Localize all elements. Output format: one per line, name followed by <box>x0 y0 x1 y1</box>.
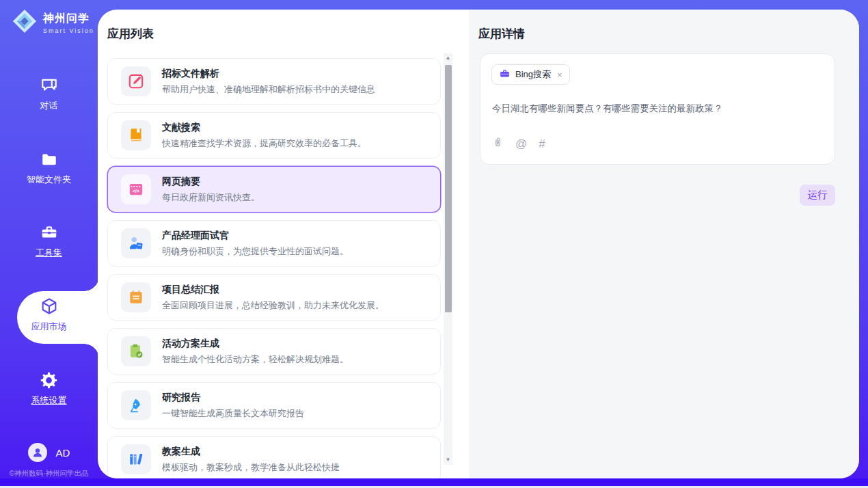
app-detail-panel: 应用详情 Bing搜索 × 今日湖北有哪些新闻要点？有哪些需要关注的最新政策？ <box>469 10 859 478</box>
code-glyph: </> <box>133 189 139 193</box>
folder-icon <box>0 149 98 170</box>
avatar <box>28 443 47 462</box>
sidebar-item-app-market[interactable]: 应用市场 <box>0 296 98 333</box>
interviewer-icon <box>121 228 151 258</box>
app-card-title: 网页摘要 <box>162 176 260 188</box>
scrollbar-thumb[interactable] <box>445 65 452 312</box>
mention-icon[interactable]: @ <box>515 137 527 151</box>
app-card-desc: 每日政府新闻资讯快查。 <box>162 191 260 204</box>
sidebar-item-label: 智能文件夹 <box>0 174 98 186</box>
scroll-up-arrow[interactable]: ▲ <box>444 53 452 63</box>
run-button[interactable]: 运行 <box>800 185 835 206</box>
app-card-research-report[interactable]: 研究报告 一键智能生成高质量长文本研究报告 <box>107 382 441 429</box>
sidebar-item-chat[interactable]: 对话 <box>0 75 98 112</box>
app-card-bid-doc-parse[interactable]: 招标文件解析 帮助用户快速、准确地理解和解析招标书中的关键信息 <box>107 58 441 105</box>
app-card-title: 活动方案生成 <box>162 338 349 350</box>
app-card-literature-search[interactable]: 文献搜索 快速精准查找学术资源，提高研究效率的必备工具。 <box>107 112 441 159</box>
hash-icon[interactable]: # <box>539 137 545 151</box>
app-card-title: 项目总结汇报 <box>162 284 384 296</box>
app-list-title: 应用列表 <box>107 26 154 42</box>
prompt-text-field[interactable]: 今日湖北有哪些新闻要点？有哪些需要关注的最新政策？ <box>492 103 820 115</box>
app-card-lesson-plan[interactable]: 教案生成 模板驱动，教案秒成，教学准备从此轻松快捷 <box>107 436 441 478</box>
sidebar-item-label: 工具集 <box>0 247 98 259</box>
app-card-web-summary[interactable]: </> 网页摘要 每日政府新闻资讯快查。 <box>107 166 441 213</box>
app-card-title: 产品经理面试官 <box>162 230 349 242</box>
app-card-title: 教案生成 <box>162 446 340 458</box>
app-card-title: 文献搜索 <box>162 122 366 134</box>
cube-icon <box>0 296 98 316</box>
app-card-desc: 一键智能生成高质量长文本研究报告 <box>162 407 304 420</box>
briefcase-icon <box>499 68 511 82</box>
browser-code-icon: </> <box>121 174 151 204</box>
sidebar-item-label: 应用市场 <box>0 321 98 333</box>
sidebar-item-toolset[interactable]: 工具集 <box>0 222 98 259</box>
tool-chip-bing-search[interactable]: Bing搜索 × <box>491 64 570 85</box>
tool-chip-label: Bing搜索 <box>515 68 551 81</box>
app-card-desc: 快速精准查找学术资源，提高研究效率的必备工具。 <box>162 137 366 150</box>
book-icon <box>121 120 151 150</box>
paperclip-icon[interactable] <box>492 136 504 152</box>
app-card-desc: 帮助用户快速、准确地理解和解析招标书中的关键信息 <box>162 83 375 96</box>
scroll-down-arrow[interactable]: ▼ <box>444 455 452 465</box>
app-window: 神州问学 Smart Vision 对话 智 <box>0 0 868 488</box>
list-scrollbar[interactable]: ▲ ▼ <box>444 53 452 465</box>
app-detail-title: 应用详情 <box>478 26 525 42</box>
sidebar-item-label: 系统设置 <box>0 394 98 407</box>
app-card-title: 研究报告 <box>162 392 304 404</box>
pen-report-icon <box>121 390 151 420</box>
bottom-accent-bar <box>0 478 868 486</box>
books-icon <box>121 444 151 474</box>
sidebar: 神州问学 Smart Vision 对话 智 <box>0 0 98 478</box>
app-card-title: 招标文件解析 <box>162 68 375 80</box>
app-card-pm-interviewer[interactable]: 产品经理面试官 明确身份和职责，为您提供专业性的面试问题。 <box>107 220 441 267</box>
chat-icon <box>0 75 98 96</box>
input-toolbar: @ # <box>492 136 545 152</box>
sidebar-item-label: 对话 <box>0 100 98 112</box>
app-card-desc: 明确身份和职责，为您提供专业性的面试问题。 <box>162 245 349 258</box>
app-card-desc: 智能生成个性化活动方案，轻松解决规划难题。 <box>162 353 349 366</box>
sidebar-item-settings[interactable]: 系统设置 <box>0 370 98 407</box>
logo: 神州问学 Smart Vision <box>12 8 94 37</box>
app-card-desc: 模板驱动，教案秒成，教学准备从此轻松快捷 <box>162 461 340 474</box>
clipboard-check-icon <box>121 336 151 366</box>
chip-close-icon[interactable]: × <box>557 70 562 80</box>
user-name: AD <box>56 447 70 459</box>
note-icon <box>121 282 151 312</box>
toolbox-icon <box>0 222 98 243</box>
copyright-footer: ©神州数码·神州问学出品 <box>0 469 98 478</box>
prompt-input-card: Bing搜索 × 今日湖北有哪些新闻要点？有哪些需要关注的最新政策？ @ # <box>480 53 835 165</box>
app-card-desc: 全面回顾项目进展，总结经验教训，助力未来优化发展。 <box>162 299 384 312</box>
logo-subtitle: Smart Vision <box>43 27 94 34</box>
app-card-project-summary[interactable]: 项目总结汇报 全面回顾项目进展，总结经验教训，助力未来优化发展。 <box>107 274 441 321</box>
logo-title: 神州问学 <box>43 12 94 26</box>
app-card-event-plan[interactable]: 活动方案生成 智能生成个性化活动方案，轻松解决规划难题。 <box>107 328 441 375</box>
content-frame: 应用列表 招标文件解析 帮助用户快速、准确地理解和解析招标书中的关键信息 <box>98 10 859 478</box>
sidebar-item-smart-folder[interactable]: 智能文件夹 <box>0 149 98 186</box>
gear-icon <box>0 370 98 390</box>
user-account[interactable]: AD <box>0 443 98 462</box>
logo-diamond-icon <box>12 8 38 37</box>
doc-edit-icon <box>121 66 151 96</box>
